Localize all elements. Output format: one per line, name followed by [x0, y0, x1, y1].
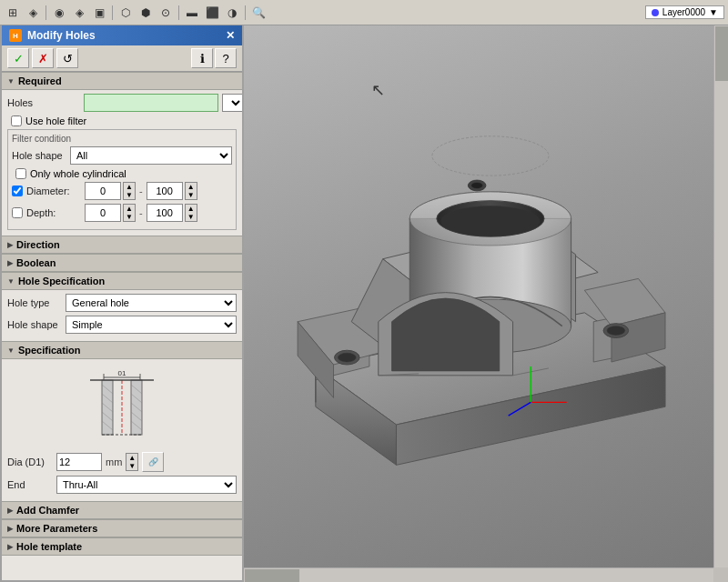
- diameter-row: Diameter: ▲▼ - ▲▼: [12, 182, 232, 200]
- only-whole-cylindrical-label: Only whole cylindrical: [30, 168, 126, 179]
- dialog-content: ▼ Required Holes ▼ Use hole filter: [2, 72, 242, 580]
- add-chamfer-triangle: ▶: [7, 507, 13, 515]
- toolbar-sep-1: [46, 5, 46, 20]
- dialog-close-button[interactable]: ✕: [226, 29, 235, 42]
- apply-button[interactable]: ↺: [56, 48, 78, 68]
- top-toolbar: ⊞ ◈ ◉ ◈ ▣ ⬡ ⬢ ⊙ ▬ ⬛ ◑ 🔍 Layer0000 ▼: [0, 0, 728, 25]
- hole-shape2-label: Hole shape: [7, 319, 62, 330]
- svg-point-39: [338, 353, 356, 362]
- diameter-min-input[interactable]: [85, 182, 121, 200]
- svg-point-43: [471, 183, 482, 188]
- diameter-dash: -: [139, 186, 143, 196]
- end-select[interactable]: Thru-All: [56, 476, 237, 494]
- direction-label: Direction: [16, 239, 60, 250]
- toolbar-icon-6[interactable]: ⬡: [116, 4, 135, 22]
- toolbar-icon-4[interactable]: ◈: [70, 4, 88, 22]
- depth-min-spinner-btn[interactable]: ▲▼: [123, 204, 136, 222]
- dia-spinner-btn[interactable]: ▲▼: [126, 453, 138, 471]
- spec-content: 01: [2, 359, 242, 501]
- section-direction-header[interactable]: ▶ Direction: [2, 236, 242, 254]
- dia-input[interactable]: [56, 453, 102, 471]
- help-button[interactable]: ?: [215, 48, 237, 68]
- hole-shape-label: Hole shape: [12, 150, 66, 161]
- svg-point-41: [607, 326, 625, 336]
- toolbar-icon-2[interactable]: ◈: [24, 4, 42, 22]
- hole-spec-content: Hole type General hole Hole shape Simple: [2, 290, 242, 341]
- layer-dot: [652, 9, 659, 16]
- depth-dash: -: [139, 207, 143, 218]
- diameter-spinner-min: ▲▼: [85, 182, 136, 200]
- required-label: Required: [18, 75, 62, 86]
- toolbar-icon-10[interactable]: ⬛: [203, 4, 221, 22]
- toolbar-icon-9[interactable]: ▬: [183, 4, 201, 22]
- holes-label: Holes: [7, 97, 80, 108]
- cancel-button[interactable]: ✗: [32, 48, 54, 68]
- toolbar-sep-2: [112, 5, 113, 20]
- toolbar-sep-3: [178, 5, 179, 20]
- hole-spec-triangle: ▼: [7, 277, 15, 286]
- dia-link-button[interactable]: 🔗: [142, 452, 164, 472]
- horizontal-scrollbar[interactable]: [244, 567, 713, 582]
- diameter-min-spinner-btn[interactable]: ▲▼: [123, 182, 136, 200]
- use-hole-filter-checkbox[interactable]: [11, 115, 22, 126]
- layer-badge: Layer0000 ▼: [645, 5, 724, 19]
- horizontal-scroll-thumb[interactable]: [245, 569, 299, 582]
- end-row: End Thru-All: [7, 476, 237, 494]
- toolbar-icon-12[interactable]: 🔍: [249, 4, 268, 22]
- side-icons: ℹ ?: [191, 48, 237, 68]
- toolbar-icon-5[interactable]: ▣: [90, 4, 108, 22]
- depth-checkbox[interactable]: [12, 207, 23, 218]
- info-button[interactable]: ℹ: [191, 48, 213, 68]
- section-more-params-header[interactable]: ▶ More Parameters: [2, 519, 242, 537]
- depth-max-input[interactable]: [147, 204, 183, 222]
- hole-type-select[interactable]: General hole: [66, 294, 237, 312]
- hole-shape-select[interactable]: All: [70, 146, 232, 165]
- svg-point-37: [441, 206, 540, 236]
- toolbar-icon-1[interactable]: ⊞: [4, 4, 22, 22]
- end-label: End: [7, 479, 53, 490]
- diameter-max-input[interactable]: [147, 182, 183, 200]
- dia-label: Dia (D1): [7, 457, 53, 467]
- diameter-max-spinner-btn[interactable]: ▲▼: [185, 182, 197, 200]
- dia-unit: mm: [106, 457, 122, 467]
- hole-shape2-select[interactable]: Simple: [66, 316, 237, 334]
- use-hole-filter-row: Use hole filter: [7, 115, 237, 126]
- filter-condition-label: Filter condition: [12, 134, 232, 144]
- diameter-checkbox[interactable]: [12, 186, 23, 196]
- layer-label: Layer0000: [662, 7, 705, 17]
- only-whole-cylindrical-checkbox[interactable]: [15, 168, 26, 179]
- svg-point-44: [432, 136, 549, 176]
- dialog-panel: H Modify Holes ✕ ✓ ✗ ↺ ℹ ? ▼ Required: [0, 25, 244, 582]
- section-hole-template-header[interactable]: ▶ Hole template: [2, 537, 242, 556]
- required-content: Holes ▼ Use hole filter Filter condition: [2, 90, 242, 236]
- ok-button[interactable]: ✓: [7, 48, 29, 68]
- toolbar-icon-11[interactable]: ◑: [223, 4, 241, 22]
- section-required-header[interactable]: ▼ Required: [2, 72, 242, 90]
- toolbar-icon-8[interactable]: ⊙: [157, 4, 175, 22]
- dia-row: Dia (D1) mm ▲▼ 🔗: [7, 452, 237, 472]
- depth-min-input[interactable]: [85, 204, 121, 222]
- vertical-scroll-thumb[interactable]: [715, 26, 728, 81]
- only-whole-cylindrical-row: Only whole cylindrical: [12, 168, 232, 179]
- hole-diagram-svg: 01: [76, 366, 167, 448]
- more-params-triangle: ▶: [7, 525, 13, 533]
- section-hole-spec-header[interactable]: ▼ Hole Specification: [2, 272, 242, 290]
- dialog-titlebar: H Modify Holes ✕: [2, 25, 242, 45]
- use-hole-filter-label: Use hole filter: [25, 115, 86, 126]
- depth-spinner-max: ▲▼: [147, 204, 197, 222]
- hole-type-label: Hole type: [7, 297, 62, 308]
- 3d-viewport: ↖: [244, 25, 728, 582]
- depth-row: Depth: ▲▼ - ▲▼: [12, 204, 232, 222]
- scroll-corner: [713, 567, 728, 582]
- holes-input[interactable]: [84, 94, 218, 112]
- section-add-chamfer-header[interactable]: ▶ Add Chamfer: [2, 501, 242, 519]
- section-boolean-header[interactable]: ▶ Boolean: [2, 254, 242, 272]
- vertical-scrollbar[interactable]: [713, 25, 728, 567]
- toolbar-icon-7[interactable]: ⬢: [136, 4, 155, 22]
- holes-select[interactable]: ▼: [222, 94, 242, 112]
- section-spec-header[interactable]: ▼ Specification: [2, 341, 242, 359]
- diameter-label: Diameter:: [26, 186, 81, 196]
- depth-max-spinner-btn[interactable]: ▲▼: [185, 204, 197, 222]
- toolbar-icon-3[interactable]: ◉: [50, 4, 68, 22]
- hole-shape2-row: Hole shape Simple: [7, 316, 237, 334]
